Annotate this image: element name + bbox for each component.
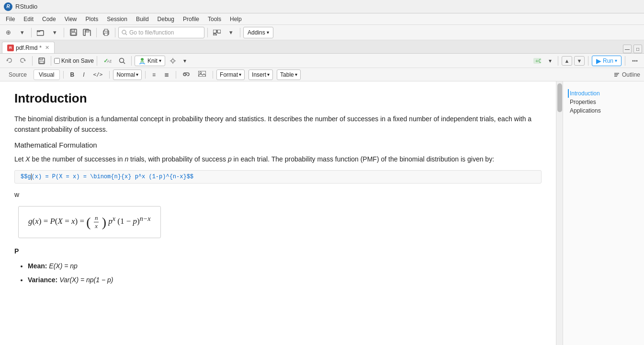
dropdown-button[interactable]: ▾ [16,27,28,38]
knit-settings-button[interactable] [167,56,179,66]
outline-item-introduction[interactable]: Introduction [568,89,639,98]
save-doc-button[interactable] [35,56,48,66]
source-tab[interactable]: Source [4,70,32,80]
list-item-mean: Mean: E(X) = np [28,260,542,272]
menu-profile[interactable]: Profile [179,15,203,23]
editor-toolbar: Knit on Save ✓ABC Knit ▾ ▾ +C ▾ ▲ ▼ ▶ Ru… [0,54,644,68]
go-up-button[interactable]: ▲ [562,56,572,66]
svg-rect-9 [104,33,108,35]
image-button[interactable] [195,69,209,80]
menu-tools[interactable]: Tools [204,15,225,23]
svg-point-10 [107,32,108,33]
print-button[interactable] [100,27,112,38]
menu-edit[interactable]: Edit [20,15,37,23]
document-heading: Introduction [14,91,542,106]
code-button[interactable]: </> [90,70,106,79]
svg-point-21 [120,58,124,62]
goto-file-input[interactable]: Go to file/function [118,27,204,38]
save-button[interactable] [67,27,79,38]
svg-rect-6 [86,30,89,32]
vertical-scrollbar[interactable] [556,81,563,345]
svg-rect-31 [198,71,206,77]
svg-rect-2 [71,29,75,32]
minimize-button[interactable]: — [623,45,632,53]
table-dropdown[interactable]: Table ▾ [277,69,301,80]
menu-code[interactable]: Code [38,15,60,23]
undo-button[interactable] [3,56,15,66]
svg-line-12 [125,34,127,35]
workspace-button[interactable] [211,27,223,38]
knit-on-save-label[interactable]: Knit on Save [54,58,94,64]
properties-list: Mean: E(X) = np Variance: Var(X) = np(1 … [14,260,542,286]
tb2-sep3 [97,56,97,66]
menu-help[interactable]: Help [226,15,246,23]
pdf-rmd-tab[interactable]: R pdf.Rmd * ✕ [2,42,55,53]
italic-button[interactable]: I [79,70,88,80]
tb2-sep1 [32,56,33,66]
editor-content[interactable]: Introduction The binomial distribution i… [0,81,556,345]
svg-point-24 [171,59,174,62]
tb2-sep2 [51,56,51,66]
menu-file[interactable]: File [2,15,19,23]
sv-separator5 [213,71,213,79]
save-all-button[interactable] [81,27,93,38]
add-chunk-button[interactable]: +C [531,56,544,66]
svg-text:ABC: ABC [107,59,112,64]
visual-tab[interactable]: Visual [34,69,59,80]
svg-rect-18 [40,61,44,63]
outline-item-properties[interactable]: Properties [568,98,639,106]
menu-bar: File Edit Code View Plots Session Build … [0,13,644,25]
subheading-math: Mathematical Formulation [14,141,542,149]
sv-separator [63,71,64,79]
run-button[interactable]: ▶ Run ▾ [592,56,621,66]
search-button[interactable] [116,56,128,66]
menu-debug[interactable]: Debug [154,15,178,23]
paragraph-1: The binomial distribution is a fundament… [14,114,542,135]
knit-on-save-checkbox[interactable] [54,58,60,64]
main-editor-area: Introduction The binomial distribution i… [0,81,644,345]
svg-rect-15 [213,34,216,35]
svg-rect-8 [104,29,108,31]
settings-dropdown-button[interactable]: ▾ [181,56,189,66]
menu-plots[interactable]: Plots [82,15,102,23]
dropdown3-button[interactable]: ▾ [225,27,237,38]
math-code-block[interactable]: $$g(x) = P(X = x) = \binom{n}{x} p^x (1-… [14,170,542,184]
scrollbar-thumb[interactable] [557,83,562,112]
outline-toggle[interactable]: Outline [613,71,640,78]
more-options-button[interactable] [629,56,641,66]
knit-button[interactable]: Knit ▾ [135,56,165,66]
normal-dropdown[interactable]: Normal ▾ [113,69,142,80]
title-bar: R RStudio [0,0,644,13]
insert-dropdown[interactable]: Insert ▾ [249,69,273,80]
toolbar-separator5 [207,28,208,37]
bold-button[interactable]: B [67,70,78,80]
paragraph-p: P [14,246,542,256]
open-button[interactable] [34,27,47,38]
svg-rect-17 [40,58,43,60]
svg-rect-14 [217,30,221,33]
tab-close-button[interactable]: ✕ [45,45,49,51]
bullet-list-button[interactable]: ≡ [149,70,159,80]
outline-item-applications[interactable]: Applications [568,106,639,115]
go-down-button[interactable]: ▼ [574,56,585,66]
svg-text:+C: +C [535,58,541,64]
addins-button[interactable]: Addins ▾ [243,27,273,38]
format-dropdown[interactable]: Format ▾ [216,69,245,80]
dropdown2-button[interactable]: ▾ [48,27,61,38]
app-title: RStudio [15,3,37,10]
menu-session[interactable]: Session [103,15,131,23]
tab-bar: R pdf.Rmd * ✕ — □ [0,40,644,54]
sv-separator4 [176,71,176,79]
menu-view[interactable]: View [61,15,81,23]
numbered-list-button[interactable]: ≣ [161,70,172,80]
menu-build[interactable]: Build [132,15,153,23]
new-file-button[interactable]: ⊕ [2,27,14,38]
redo-button[interactable] [17,56,29,66]
link-button[interactable] [180,70,193,80]
tb2-sep6 [588,56,588,66]
spell-check-button[interactable]: ✓ABC [100,56,114,66]
chunk-dropdown-button[interactable]: ▾ [546,56,554,66]
outline-panel: Introduction Properties Applications [563,81,644,345]
sv-separator3 [145,71,146,79]
maximize-button[interactable]: □ [633,45,642,53]
